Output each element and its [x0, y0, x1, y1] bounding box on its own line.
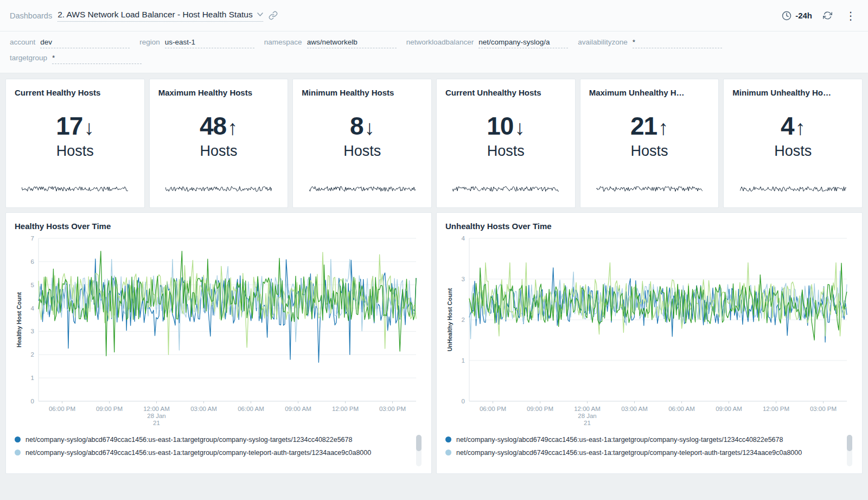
svg-text:03:00 AM: 03:00 AM — [621, 406, 648, 412]
filter-account-value[interactable]: dev — [40, 38, 130, 48]
svg-text:3: 3 — [462, 276, 465, 282]
svg-text:03:00 AM: 03:00 AM — [190, 406, 217, 412]
legend-item[interactable]: net/company-syslog/abcd6749ccac1456:us-e… — [15, 435, 411, 445]
stat-panel-current-unhealthy: Current Unhealthy Hosts 10↓ Hosts — [436, 79, 576, 208]
filter-availabilityzone-value[interactable]: * — [633, 38, 722, 48]
svg-text:3: 3 — [31, 328, 34, 334]
sparkline — [732, 185, 853, 193]
svg-text:09:00 PM: 09:00 PM — [527, 406, 553, 412]
trend-up-icon: ↑ — [227, 116, 238, 139]
filter-label: networkloadbalancer — [406, 38, 474, 46]
chart-legend: net/company-syslog/abcd6749ccac1456:us-e… — [445, 435, 853, 469]
chart-title: Unhealthy Hosts Over Time — [445, 221, 853, 231]
stat-title: Minimum Unhealthy Ho… — [732, 88, 853, 97]
stat-title: Current Healthy Hosts — [15, 88, 136, 97]
filter-label: account — [10, 38, 35, 46]
dashboard-header: Dashboards 2. AWS Network Load Balancer … — [0, 0, 868, 31]
svg-text:12:00 PM: 12:00 PM — [332, 406, 359, 412]
topbar-actions: -24h ⋮ — [782, 10, 858, 21]
svg-text:2: 2 — [31, 351, 34, 358]
filter-label: namespace — [264, 38, 302, 46]
legend-scrollbar[interactable] — [416, 435, 422, 466]
svg-text:12:00 AM28 Jan21: 12:00 AM28 Jan21 — [143, 406, 170, 426]
trend-down-icon: ↓ — [84, 116, 94, 139]
stat-value: 21↑ — [589, 111, 710, 141]
stat-panel-current-healthy: Current Healthy Hosts 17↓ Hosts — [5, 79, 145, 208]
stat-unit: Hosts — [589, 143, 710, 160]
stat-title: Maximum Unhealthy H… — [589, 88, 710, 97]
svg-text:03:00 PM: 03:00 PM — [810, 406, 837, 412]
filter-region: region us-east-1 — [139, 38, 254, 48]
filter-namespace: namespace aws/networkelb — [264, 38, 397, 48]
filter-targetgroup-value[interactable]: * — [52, 54, 142, 64]
stats-row: Current Healthy Hosts 17↓ Hosts Maximum … — [5, 79, 863, 208]
filter-namespace-value[interactable]: aws/networkelb — [307, 38, 397, 48]
dashboard-title-dropdown[interactable]: 2. AWS Network Load Balancer - Host Heal… — [58, 10, 263, 22]
filter-targetgroup: targetgroup * — [10, 54, 142, 64]
stat-unit: Hosts — [15, 143, 136, 160]
legend-scrollbar-thumb[interactable] — [416, 435, 422, 451]
unhealthy-hosts-line-chart: 0123406:00 PM09:00 PM12:00 AM28 Jan2103:… — [445, 234, 853, 434]
stat-title: Minimum Healthy Hosts — [302, 88, 423, 97]
series-color-dot — [445, 436, 451, 442]
chart-title: Healthy Hosts Over Time — [15, 221, 423, 231]
stat-number: 4 — [781, 112, 794, 140]
series-color-dot — [445, 450, 451, 455]
stat-value: 4↑ — [732, 111, 853, 141]
refresh-icon[interactable] — [823, 11, 832, 20]
svg-text:1: 1 — [462, 357, 465, 364]
sparkline — [589, 185, 710, 193]
series-color-dot — [15, 436, 21, 442]
svg-text:09:00 AM: 09:00 AM — [716, 406, 742, 412]
healthy-hosts-chart-panel: Healthy Hosts Over Time 0123456706:00 PM… — [5, 212, 432, 474]
stat-title: Maximum Healthy Hosts — [158, 88, 279, 97]
legend-item[interactable]: net/company-syslog/abcd6749ccac1456:us-e… — [445, 435, 841, 445]
unhealthy-hosts-chart-panel: Unhealthy Hosts Over Time 0123406:00 PM0… — [436, 212, 863, 474]
sparkline — [445, 185, 566, 193]
trend-up-icon: ↑ — [658, 116, 668, 139]
stat-number: 48 — [200, 112, 226, 140]
kebab-menu-icon[interactable]: ⋮ — [843, 10, 858, 21]
svg-text:06:00 PM: 06:00 PM — [480, 406, 506, 412]
filter-label: availabilityzone — [578, 38, 628, 46]
svg-text:UnHealthy Host Count: UnHealthy Host Count — [446, 288, 453, 351]
legend-item[interactable]: net/company-syslog/abcd6749ccac1456:us-e… — [15, 448, 411, 458]
svg-text:0: 0 — [31, 398, 34, 404]
trend-down-icon: ↓ — [364, 116, 374, 139]
svg-text:06:00 AM: 06:00 AM — [668, 406, 695, 412]
chevron-down-icon — [257, 12, 263, 16]
svg-text:1: 1 — [31, 375, 34, 381]
filter-networkloadbalancer-value[interactable]: net/company-syslog/a — [478, 38, 568, 48]
sparkline — [302, 185, 423, 193]
svg-text:03:00 PM: 03:00 PM — [379, 406, 406, 412]
stat-unit: Hosts — [158, 143, 279, 160]
charts-row: Healthy Hosts Over Time 0123456706:00 PM… — [5, 212, 863, 474]
time-range-selector[interactable]: -24h — [782, 11, 812, 21]
legend-label: net/company-syslog/abcd6749ccac1456:us-e… — [25, 435, 352, 445]
filter-region-value[interactable]: us-east-1 — [165, 38, 254, 48]
legend-scrollbar[interactable] — [847, 435, 852, 466]
filter-label: region — [139, 38, 160, 46]
stat-panel-max-healthy: Maximum Healthy Hosts 48↑ Hosts — [149, 79, 289, 208]
svg-text:Healthy Host Count: Healthy Host Count — [16, 292, 22, 347]
stat-number: 21 — [630, 112, 657, 140]
dashboard-body: Current Healthy Hosts 17↓ Hosts Maximum … — [0, 73, 868, 479]
link-icon[interactable] — [269, 11, 278, 20]
svg-text:09:00 PM: 09:00 PM — [96, 406, 123, 412]
svg-text:5: 5 — [31, 282, 34, 288]
stat-unit: Hosts — [445, 143, 566, 160]
stat-value: 48↑ — [158, 111, 279, 141]
trend-up-icon: ↑ — [795, 116, 805, 139]
legend-scrollbar-thumb[interactable] — [847, 435, 852, 451]
stat-title: Current Unhealthy Hosts — [445, 88, 566, 97]
svg-text:12:00 PM: 12:00 PM — [763, 406, 789, 412]
breadcrumb[interactable]: Dashboards — [10, 11, 52, 20]
stat-value: 8↓ — [302, 111, 423, 141]
svg-text:4: 4 — [462, 235, 465, 242]
stat-panel-max-unhealthy: Maximum Unhealthy H… 21↑ Hosts — [580, 79, 719, 208]
legend-item[interactable]: net/company-syslog/abcd6749ccac1456:us-e… — [445, 448, 841, 458]
svg-text:12:00 AM28 Jan21: 12:00 AM28 Jan21 — [574, 406, 601, 426]
page-title: 2. AWS Network Load Balancer - Host Heal… — [58, 10, 253, 20]
svg-text:2: 2 — [462, 317, 465, 323]
stat-value: 17↓ — [15, 111, 136, 141]
